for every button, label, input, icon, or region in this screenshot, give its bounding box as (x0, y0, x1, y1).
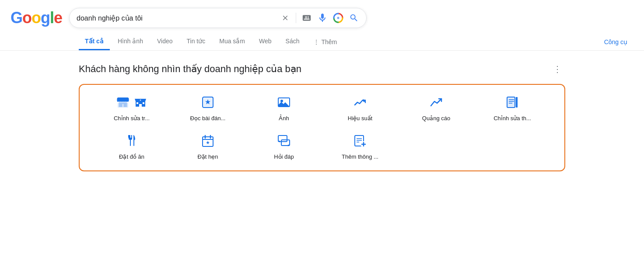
header: Google (0, 0, 644, 28)
calendar-icon (201, 134, 215, 150)
star-badge-icon (201, 95, 215, 111)
tab-web[interactable]: Web (253, 33, 278, 50)
fork-knife-icon (125, 134, 139, 150)
tab-hinh-anh[interactable]: Hình ảnh (112, 33, 149, 50)
clear-button[interactable] (280, 13, 290, 23)
action-them-thong-tin-label: Thêm thông ... (342, 153, 378, 160)
action-chinh-sua-trang-label: Chỉnh sửa tr... (114, 115, 150, 122)
search-input[interactable] (77, 14, 276, 22)
action-chinh-sua-thong-tin-label: Chỉnh sửa th... (494, 115, 531, 122)
logo-g2: g (41, 9, 50, 27)
keyboard-icon[interactable] (301, 13, 312, 23)
empty-cell-2 (474, 134, 550, 160)
logo-l: l (50, 9, 54, 27)
action-dat-do-an-label: Đặt đồ ăn (119, 153, 144, 160)
mic-icon[interactable] (317, 13, 328, 23)
action-anh[interactable]: Ảnh (246, 95, 322, 122)
store-icon (116, 95, 148, 111)
logo-o1: o (22, 9, 32, 27)
section-more-button[interactable]: ⋮ (550, 63, 565, 75)
action-quang-cao[interactable]: Quảng cáo (398, 95, 474, 122)
nav-tabs: Tất cả Hình ảnh Video Tin tức Mua sắm We… (0, 30, 644, 51)
action-doc-bai-danh[interactable]: Đọc bài đán... (170, 95, 246, 122)
action-quang-cao-label: Quảng cáo (422, 115, 450, 122)
logo-o2: o (32, 9, 41, 27)
google-logo[interactable]: Google (10, 9, 62, 27)
svg-point-14 (280, 100, 283, 102)
action-chinh-sua-thong-tin[interactable]: Chỉnh sửa th... (474, 95, 550, 122)
svg-rect-8 (143, 102, 144, 104)
search-icons (280, 13, 359, 23)
action-dat-hen[interactable]: Đặt hẹn (170, 134, 246, 160)
tab-sach[interactable]: Sách (280, 33, 306, 50)
tool-button[interactable]: Công cụ (598, 34, 634, 50)
photo-icon (277, 95, 291, 111)
action-doc-bai-danh-label: Đọc bài đán... (190, 115, 226, 122)
action-chinh-sua-trang[interactable]: Chỉnh sửa tr... (94, 95, 170, 122)
logo-g: G (10, 9, 22, 27)
action-hoi-dap[interactable]: Hỏi đáp (246, 134, 322, 160)
action-box: Chỉnh sửa tr... Đọc bài đán... (79, 84, 565, 171)
book-icon (505, 95, 519, 111)
section-title: Khách hàng không nhìn thấy doanh nghiệp … (79, 63, 301, 75)
action-dat-hen-label: Đặt hẹn (197, 153, 218, 160)
trending-up-icon (429, 95, 443, 111)
lens-icon[interactable] (333, 13, 343, 23)
empty-cell-1 (398, 134, 474, 160)
tab-tin-tuc[interactable]: Tin tức (181, 33, 212, 50)
search-bar (69, 8, 367, 28)
svg-marker-25 (206, 141, 210, 144)
tab-more[interactable]: ⋮ Thêm (307, 34, 343, 50)
tab-mua-sam[interactable]: Mua sắm (213, 33, 251, 50)
tab-tat-ca[interactable]: Tất cả (79, 33, 110, 50)
svg-rect-26 (278, 136, 287, 142)
action-dat-do-an[interactable]: Đặt đồ ăn (94, 134, 170, 160)
svg-rect-7 (136, 102, 138, 104)
svg-rect-6 (139, 104, 142, 107)
chat-bubbles-icon (277, 134, 291, 150)
search-button[interactable] (349, 13, 359, 23)
action-them-thong-tin[interactable]: Thêm thông ... (322, 134, 398, 160)
trending-sparkle-icon (353, 95, 367, 111)
main-content: Khách hàng không nhìn thấy doanh nghiệp … (0, 51, 644, 184)
action-hieu-suat[interactable]: Hiệu suất (322, 95, 398, 122)
more-dots-icon: ⋮ (313, 38, 319, 45)
section-header: Khách hàng không nhìn thấy doanh nghiệp … (79, 63, 565, 75)
action-anh-label: Ảnh (279, 115, 289, 122)
logo-e: e (54, 9, 62, 27)
more-label: Thêm (321, 38, 337, 45)
add-doc-icon (353, 134, 367, 150)
search-divider (296, 13, 296, 23)
action-hieu-suat-label: Hiệu suất (348, 115, 372, 122)
svg-point-2 (337, 17, 340, 19)
tab-video[interactable]: Video (151, 33, 179, 50)
svg-rect-18 (516, 97, 518, 108)
action-hoi-dap-label: Hỏi đáp (274, 153, 294, 160)
